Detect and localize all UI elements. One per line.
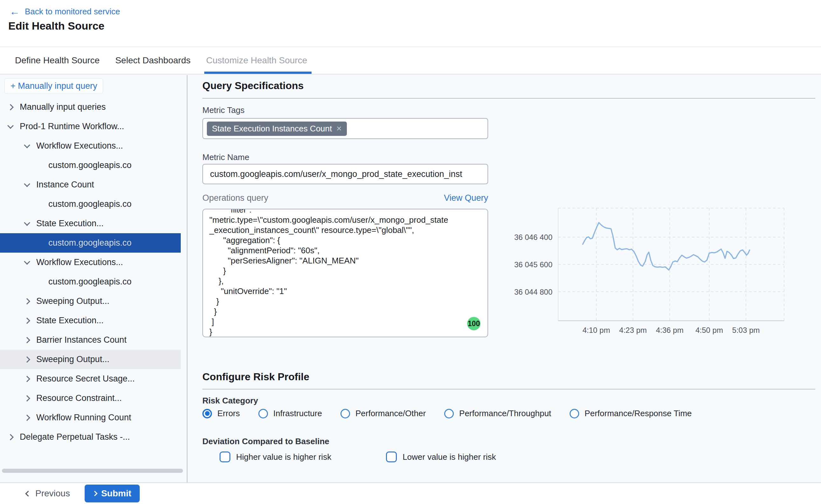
radio-label: Performance/Other xyxy=(355,409,426,418)
tree-item-label: Workflow Running Count xyxy=(36,413,131,423)
risk-radio-infrastructure[interactable]: Infrastructure xyxy=(258,409,322,418)
chevron-right-icon[interactable] xyxy=(24,298,30,305)
add-query-button[interactable]: + Manually input query xyxy=(4,78,103,94)
tree-item-workflow-executions[interactable]: Workflow Executions... xyxy=(0,136,181,156)
submit-button-label: Submit xyxy=(101,488,131,499)
query-score-badge: 100 xyxy=(467,317,481,330)
view-query-link[interactable]: View Query xyxy=(444,193,488,203)
deviation-checkbox-higher-value-is-higher-risk[interactable]: Higher value is higher risk xyxy=(220,451,331,462)
chart-x-tick-label: 4:10 pm xyxy=(582,326,610,334)
tree-item-instance-count[interactable]: Instance Count xyxy=(0,175,181,194)
chevron-down-icon[interactable] xyxy=(24,258,30,265)
tree-item-manually-input-queries[interactable]: Manually input queries xyxy=(0,97,181,117)
risk-radio-performance-throughput[interactable]: Performance/Throughput xyxy=(444,409,551,418)
chevron-right-icon[interactable] xyxy=(7,104,14,110)
risk-radio-errors[interactable]: Errors xyxy=(202,409,240,418)
submit-button[interactable]: Submit xyxy=(85,485,140,502)
chart-x-tick-label: 5:03 pm xyxy=(732,326,760,334)
tree-item-resource-constraint[interactable]: Resource Constraint... xyxy=(0,389,181,408)
metric-name-label: Metric Name xyxy=(202,152,249,162)
configure-risk-profile-heading: Configure Risk Profile xyxy=(202,371,309,383)
checkbox-label: Higher value is higher risk xyxy=(236,452,331,462)
risk-category-options: ErrorsInfrastructurePerformance/OtherPer… xyxy=(202,409,692,418)
tree-item-label: Workflow Executions... xyxy=(36,257,123,267)
operations-query-label: Operations query xyxy=(202,193,268,203)
metric-tags-input[interactable]: State Execution Instances Count× xyxy=(202,118,488,139)
tree-item-label: State Execution... xyxy=(36,316,104,325)
radio-label: Errors xyxy=(217,409,240,418)
chart-svg: 36 046 40036 045 60036 044 8004:10 pm4:2… xyxy=(509,202,792,342)
tree-item-custom-googleapis-co[interactable]: custom.googleapis.co xyxy=(0,272,181,291)
tree-item-sweeping-output[interactable]: Sweeping Output... xyxy=(0,350,181,369)
operations-query-text[interactable]: "filter": "metric.type=\"custom.googleap… xyxy=(203,209,488,337)
tree-item-label: Resource Constraint... xyxy=(36,393,122,403)
risk-radio-performance-response-time[interactable]: Performance/Response Time xyxy=(570,409,692,418)
sidebar-horizontal-scrollbar[interactable] xyxy=(2,469,183,473)
query-specifications-heading: Query Specifications xyxy=(202,80,304,92)
radio-icon[interactable] xyxy=(570,409,579,418)
tree-item-state-execution[interactable]: State Execution... xyxy=(0,214,181,233)
previous-button-label: Previous xyxy=(35,488,70,499)
chevron-right-icon[interactable] xyxy=(24,318,30,324)
chevron-right-icon[interactable] xyxy=(24,337,30,343)
radio-label: Performance/Response Time xyxy=(585,409,692,418)
tree-item-sweeping-output[interactable]: Sweeping Output... xyxy=(0,291,181,311)
checkbox-icon[interactable] xyxy=(386,451,397,462)
query-tree: Manually input queriesProd-1 Runtime Wor… xyxy=(0,97,187,447)
tree-item-custom-googleapis-co[interactable]: custom.googleapis.co xyxy=(0,233,181,253)
checkbox-icon[interactable] xyxy=(220,451,230,462)
radio-selected-icon[interactable] xyxy=(202,409,212,418)
tree-item-prod-1-runtime-workflow[interactable]: Prod-1 Runtime Workflow... xyxy=(0,117,181,136)
app-root: ← Back to monitored service Edit Health … xyxy=(0,0,821,504)
radio-icon[interactable] xyxy=(444,409,454,418)
metric-preview-chart: 36 046 40036 045 60036 044 8004:10 pm4:2… xyxy=(509,202,792,342)
tree-item-workflow-running-count[interactable]: Workflow Running Count xyxy=(0,408,181,427)
tree-item-state-execution[interactable]: State Execution... xyxy=(0,311,181,330)
tree-item-delegate-perpetual-tasks[interactable]: Delegate Perpetual Tasks -... xyxy=(0,427,181,447)
section-divider xyxy=(202,98,815,99)
metric-name-input[interactable]: custom.googleapis.com/user/x_mongo_prod_… xyxy=(202,164,488,184)
tree-item-barrier-instances-count[interactable]: Barrier Instances Count xyxy=(0,330,181,350)
chevron-right-icon[interactable] xyxy=(24,356,30,363)
sidebar: + Manually input query Manually input qu… xyxy=(0,75,187,482)
previous-button[interactable]: Previous xyxy=(26,488,70,499)
metric-tag-label: State Execution Instances Count xyxy=(212,124,332,134)
radio-icon[interactable] xyxy=(340,409,350,418)
operations-query-editor[interactable]: "filter": "metric.type=\"custom.googleap… xyxy=(202,209,488,337)
tree-item-custom-googleapis-co[interactable]: custom.googleapis.co xyxy=(0,156,181,175)
chart-line xyxy=(583,223,750,270)
tree-item-workflow-executions[interactable]: Workflow Executions... xyxy=(0,253,181,272)
tree-item-label: Workflow Executions... xyxy=(36,141,123,151)
chevron-down-icon[interactable] xyxy=(7,123,14,129)
chevron-right-icon[interactable] xyxy=(7,434,14,440)
tree-item-label: Prod-1 Runtime Workflow... xyxy=(20,122,124,131)
radio-label: Performance/Throughput xyxy=(459,409,551,418)
tab-define-health-source[interactable]: Define Health Source xyxy=(15,47,100,74)
tree-item-label: Instance Count xyxy=(36,180,94,190)
tree-item-label: Sweeping Output... xyxy=(36,296,109,306)
tree-item-label: custom.googleapis.co xyxy=(48,277,131,287)
tree-item-resource-secret-usage[interactable]: Resource Secret Usage... xyxy=(0,369,181,389)
chart-x-tick-label: 4:23 pm xyxy=(619,326,647,334)
tree-item-custom-googleapis-co[interactable]: custom.googleapis.co xyxy=(0,194,181,214)
remove-tag-icon[interactable]: × xyxy=(336,124,341,133)
chevron-down-icon[interactable] xyxy=(24,181,30,187)
chevron-right-icon[interactable] xyxy=(24,376,30,382)
tab-customize-health-source[interactable]: Customize Health Source xyxy=(206,47,307,74)
tree-item-label: custom.googleapis.co xyxy=(48,238,131,248)
chevron-left-icon xyxy=(25,491,31,496)
risk-radio-performance-other[interactable]: Performance/Other xyxy=(340,409,426,418)
tree-item-label: Delegate Perpetual Tasks -... xyxy=(20,432,130,442)
chevron-right-icon[interactable] xyxy=(24,395,30,402)
back-link[interactable]: ← Back to monitored service xyxy=(10,6,120,17)
tab-select-dashboards[interactable]: Select Dashboards xyxy=(115,47,191,74)
chart-y-tick-label: 36 045 600 xyxy=(514,260,552,269)
footer: Previous Submit xyxy=(0,482,821,504)
chart-y-tick-label: 36 044 800 xyxy=(514,288,552,296)
chevron-down-icon[interactable] xyxy=(24,142,30,148)
deviation-checkbox-lower-value-is-higher-risk[interactable]: Lower value is higher risk xyxy=(386,451,496,462)
chevron-down-icon[interactable] xyxy=(24,220,30,226)
chart-x-tick-label: 4:36 pm xyxy=(656,326,684,334)
radio-icon[interactable] xyxy=(258,409,268,418)
chevron-right-icon[interactable] xyxy=(24,415,30,421)
